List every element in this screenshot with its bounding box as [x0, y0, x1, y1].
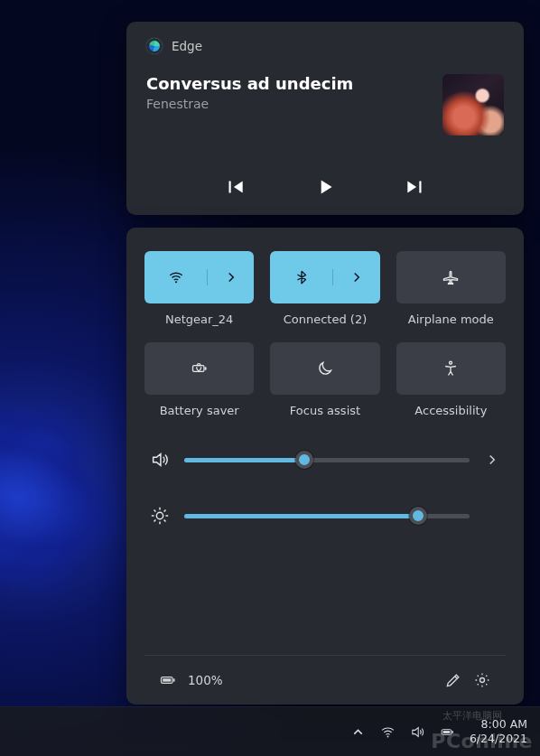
tile-bluetooth-label: Connected (2) [284, 313, 368, 326]
taskbar-battery-icon[interactable] [440, 724, 455, 740]
tile-airplane: Airplane mode [396, 251, 506, 326]
svg-line-9 [154, 509, 155, 511]
media-source-app: Edge [146, 38, 504, 54]
tile-battery-saver-label: Battery saver [160, 404, 239, 417]
volume-slider-row [150, 450, 500, 470]
media-subtitle: Fenestrae [146, 97, 353, 111]
quick-settings-grid: Netgear_24Connected (2)Airplane modeBatt… [144, 251, 506, 417]
quick-settings-footer: 100% [144, 655, 506, 705]
tile-wifi: Netgear_24 [144, 251, 254, 326]
volume-icon[interactable] [150, 450, 170, 470]
taskbar-date: 6/24/2021 [470, 732, 527, 746]
play-icon[interactable] [313, 175, 337, 199]
media-app-name: Edge [172, 39, 202, 53]
tile-bluetooth-button[interactable] [270, 251, 379, 303]
brightness-slider-row [150, 506, 500, 526]
taskbar-wifi-icon[interactable] [380, 724, 396, 740]
volume-output-chevron-icon[interactable] [484, 452, 500, 468]
svg-rect-14 [163, 678, 171, 681]
quick-settings-panel: Netgear_24Connected (2)Airplane modeBatt… [126, 228, 524, 705]
tile-battery-saver: Battery saver [144, 342, 254, 417]
svg-point-4 [156, 512, 163, 518]
settings-gear-icon[interactable] [473, 671, 491, 689]
svg-point-17 [386, 735, 388, 737]
tile-bluetooth-toggle[interactable] [270, 269, 332, 285]
tile-wifi-toggle[interactable] [144, 269, 207, 285]
svg-point-16 [480, 678, 485, 683]
tile-bluetooth: Connected (2) [270, 251, 379, 326]
taskbar-clock[interactable]: 8:00 AM 6/24/2021 [470, 717, 527, 745]
chevron-right-icon [349, 269, 365, 285]
brightness-icon[interactable] [150, 506, 170, 526]
svg-rect-19 [442, 731, 450, 733]
brightness-slider[interactable] [184, 514, 470, 518]
svg-line-12 [164, 509, 166, 511]
svg-rect-20 [452, 731, 452, 733]
tile-airplane-label: Airplane mode [408, 313, 494, 326]
tile-focus-assist-label: Focus assist [290, 404, 360, 417]
battery-icon[interactable] [159, 671, 177, 689]
media-controls [146, 175, 504, 202]
chevron-right-icon [223, 269, 239, 285]
svg-point-3 [450, 361, 452, 364]
media-title: Conversus ad undecim [146, 74, 353, 93]
tile-accessibility-label: Accessibility [414, 404, 487, 417]
edit-quick-settings-icon[interactable] [444, 671, 462, 689]
edge-icon [146, 38, 163, 54]
tray-overflow-chevron-icon[interactable] [350, 724, 366, 740]
album-art[interactable] [442, 74, 504, 135]
bluetooth-icon [293, 269, 310, 285]
svg-line-10 [164, 520, 166, 522]
tile-wifi-button[interactable] [144, 251, 254, 303]
moon-icon [316, 359, 334, 378]
tile-battery-saver-button[interactable] [144, 342, 254, 395]
taskbar-time: 8:00 AM [481, 717, 527, 732]
taskbar-volume-icon[interactable] [410, 724, 425, 740]
battery-saver-icon [191, 359, 209, 378]
tile-focus-assist-button[interactable] [270, 342, 379, 395]
previous-track-icon[interactable] [223, 175, 247, 199]
taskbar: 8:00 AM 6/24/2021 [0, 706, 540, 756]
svg-rect-15 [173, 678, 175, 681]
tile-focus-assist: Focus assist [270, 342, 379, 417]
tile-bluetooth-expand[interactable] [332, 269, 379, 285]
accessibility-icon [442, 359, 460, 378]
volume-slider[interactable] [184, 458, 470, 462]
tile-wifi-expand[interactable] [207, 269, 254, 285]
svg-line-11 [154, 520, 155, 522]
battery-label: 100% [188, 673, 223, 687]
next-track-icon[interactable] [404, 175, 427, 199]
tile-airplane-button[interactable] [396, 251, 506, 303]
tile-accessibility-button[interactable] [396, 342, 506, 395]
airplane-icon [442, 268, 460, 286]
media-flyout: Edge Conversus ad undecim Fenestrae [126, 22, 524, 215]
svg-rect-2 [204, 367, 206, 369]
svg-point-0 [175, 281, 177, 283]
tile-wifi-label: Netgear_24 [165, 313, 233, 326]
wifi-icon [168, 269, 184, 285]
tile-accessibility: Accessibility [396, 342, 506, 417]
